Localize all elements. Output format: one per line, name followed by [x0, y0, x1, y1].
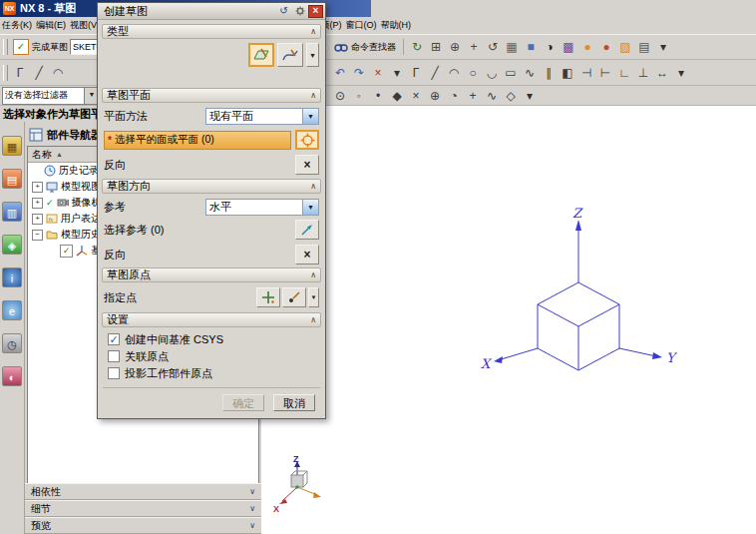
section-details[interactable]: 细节 ∨	[25, 500, 261, 517]
pan-view-icon[interactable]: +	[465, 38, 483, 56]
mid-point-icon[interactable]: •	[369, 87, 387, 105]
window-layout-icon[interactable]: ▤	[635, 38, 653, 56]
dimension-icon[interactable]: ↔	[653, 64, 671, 82]
toolbar-grip[interactable]	[3, 65, 8, 81]
point-constructor-button[interactable]	[282, 287, 306, 307]
part-navigator-icon[interactable]: ▥	[2, 202, 22, 222]
assembly-navigator-icon[interactable]: ▦	[2, 136, 22, 156]
finish-sketch-button[interactable]: ✓ 完成草图	[11, 39, 70, 55]
dialog-titlebar[interactable]: 创建草图 ↺ ×	[98, 3, 325, 20]
fillet-icon[interactable]: ◡	[483, 64, 501, 82]
fit-view-icon[interactable]: ⊞	[427, 38, 445, 56]
sketch-on-plane-button[interactable]	[248, 43, 274, 67]
quick-trim-icon[interactable]: ⊣	[577, 64, 595, 82]
point-options-dropdown[interactable]: ▼	[308, 287, 319, 307]
arc-icon[interactable]: ◠	[445, 64, 463, 82]
section-settings[interactable]: 设置 ∧	[102, 312, 321, 327]
datum-csys-checkbox[interactable]: ✓	[60, 245, 73, 258]
select-face-button[interactable]	[295, 130, 319, 150]
line-icon[interactable]: ╱	[426, 64, 444, 82]
refresh-icon[interactable]: ↻	[408, 38, 426, 56]
reference-combo[interactable]: 水平 ▼	[205, 199, 319, 216]
graphics-area[interactable]: Z X Y Z X	[261, 106, 756, 534]
sketch-arc-icon[interactable]: ◠	[49, 64, 67, 82]
section-sketch-origin[interactable]: 草图原点 ∧	[102, 267, 321, 282]
end-point-icon[interactable]: ◦	[350, 87, 368, 105]
select-reference-button[interactable]	[295, 220, 319, 240]
make-corner-icon[interactable]: ∟	[615, 64, 633, 82]
snap-grid-icon[interactable]: ▦	[503, 38, 521, 56]
reverse-direction-button[interactable]: ×	[295, 155, 319, 175]
undo-list-dropdown-icon[interactable]: ▾	[388, 64, 406, 82]
studio-spline-icon[interactable]: ∿	[521, 64, 539, 82]
section-dependencies[interactable]: 相依性 ∨	[25, 483, 261, 500]
rotate-view-icon[interactable]: ↺	[484, 38, 502, 56]
hd3d-tools-icon[interactable]: i	[2, 267, 22, 287]
section-sketch-orientation[interactable]: 草图方向 ∧	[102, 179, 321, 194]
delete-icon[interactable]: ×	[369, 64, 387, 82]
history-palette-icon[interactable]: ◷	[2, 333, 22, 353]
point-on-face-icon[interactable]: ◇	[502, 87, 520, 105]
command-finder-button[interactable]: 命令查找器	[331, 41, 399, 54]
create-datum-csys-checkbox[interactable]: ✓	[108, 333, 120, 345]
shaded-with-edges-icon[interactable]: ■	[522, 38, 540, 56]
reuse-library-icon[interactable]: ◈	[2, 235, 22, 255]
dialog-close-icon[interactable]: ×	[308, 5, 323, 18]
redo-icon[interactable]: ↷	[350, 64, 368, 82]
quadrant-point-icon[interactable]: ◔	[445, 87, 463, 105]
material-texture-icon[interactable]: ●	[578, 38, 596, 56]
selection-filter-combo[interactable]: 没有选择过滤器 ▼	[2, 87, 100, 105]
associate-origin-checkbox[interactable]	[108, 350, 120, 362]
profile-icon[interactable]: Γ	[407, 64, 425, 82]
visualization-icon[interactable]: ●	[597, 38, 615, 56]
menu-item[interactable]: 任务(K)	[0, 18, 34, 33]
background-color-icon[interactable]: ▩	[560, 38, 577, 56]
menu-item[interactable]: 窗口(O)	[344, 18, 379, 33]
profile-tool-icon[interactable]: Γ	[11, 64, 29, 82]
true-shading-icon[interactable]: ▧	[616, 38, 634, 56]
menu-item[interactable]: 帮助(H)	[379, 18, 414, 33]
collapse-icon[interactable]: −	[32, 230, 43, 241]
geometric-constraints-icon[interactable]: ⊥	[634, 64, 652, 82]
render-style-icon[interactable]: ◑	[541, 38, 559, 56]
dialog-gear-icon[interactable]	[292, 5, 307, 18]
circle-icon[interactable]: ○	[464, 64, 482, 82]
expand-icon[interactable]: +	[32, 214, 43, 225]
sketch-type-dropdown[interactable]: ▼	[306, 43, 319, 67]
section-sketch-plane[interactable]: 草图平面 ∧	[102, 88, 321, 103]
control-point-icon[interactable]: ◆	[388, 87, 406, 105]
more-commands-dropdown-icon[interactable]: ▾	[654, 38, 672, 56]
point-dialog-button[interactable]	[256, 287, 280, 307]
constraint-navigator-icon[interactable]: ▤	[2, 169, 22, 189]
snap-dropdown-icon[interactable]: ▾	[521, 87, 539, 105]
rectangle-icon[interactable]: ▭	[502, 64, 520, 82]
section-type[interactable]: 类型 ∧	[102, 24, 321, 39]
project-work-part-origin-checkbox[interactable]	[108, 367, 120, 379]
quick-extend-icon[interactable]: ⊢	[596, 64, 614, 82]
plane-method-combo[interactable]: 现有平面 ▼	[205, 108, 319, 125]
dialog-reset-icon[interactable]: ↺	[276, 5, 291, 18]
select-face-prompt[interactable]: * 选择平的面或平面 (0)	[104, 131, 291, 150]
toolbar-grip[interactable]	[3, 39, 8, 55]
combo-caret-icon[interactable]: ▼	[302, 109, 318, 124]
sketch-tools-dropdown-icon[interactable]: ▾	[672, 64, 690, 82]
intersection-point-icon[interactable]: ×	[407, 87, 425, 105]
point-on-curve-icon[interactable]: ∿	[483, 87, 501, 105]
undo-icon[interactable]: ↶	[331, 64, 349, 82]
existing-point-icon[interactable]: +	[464, 87, 482, 105]
ok-button[interactable]: 确定	[222, 394, 264, 411]
web-browser-icon[interactable]: e	[2, 300, 22, 320]
zoom-icon[interactable]: ⊕	[446, 38, 464, 56]
menu-item[interactable]: 编辑(E)	[34, 18, 68, 33]
section-preview[interactable]: 预览 ∨	[25, 517, 261, 534]
offset-curve-icon[interactable]: ∥	[540, 64, 558, 82]
snap-point-enable-icon[interactable]: ⊙	[331, 87, 349, 105]
combo-caret-icon[interactable]: ▼	[302, 200, 318, 215]
sketch-on-path-button[interactable]	[277, 43, 303, 67]
expand-icon[interactable]: +	[32, 182, 43, 193]
mirror-curve-icon[interactable]: ◧	[559, 64, 576, 82]
reverse-orientation-button[interactable]: ×	[295, 245, 319, 265]
arc-center-icon[interactable]: ⊕	[426, 87, 444, 105]
expand-icon[interactable]: +	[32, 198, 43, 209]
roles-icon[interactable]: ◐	[2, 366, 22, 386]
